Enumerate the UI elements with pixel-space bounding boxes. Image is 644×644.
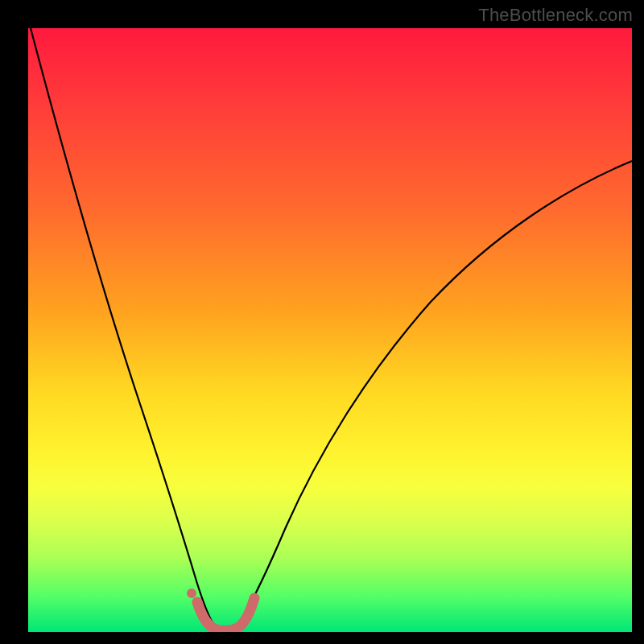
attribution-text: TheBottleneck.com — [478, 5, 633, 26]
bottleneck-curve — [31, 28, 632, 630]
highlight-band — [197, 598, 254, 630]
plot-area — [28, 28, 632, 632]
chart-frame: TheBottleneck.com — [0, 0, 644, 644]
highlight-dot — [187, 588, 196, 598]
curve-layer — [28, 28, 632, 632]
